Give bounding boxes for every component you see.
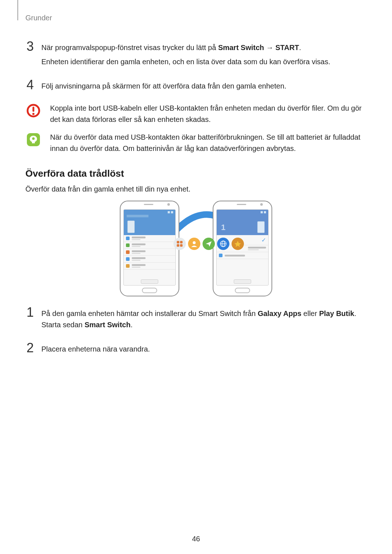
note-icon bbox=[25, 132, 41, 148]
transfer-apps-icons bbox=[173, 238, 244, 250]
page-number: 46 bbox=[0, 535, 392, 543]
step-text: På den gamla enheten hämtar och installe… bbox=[41, 306, 367, 333]
step-paragraph: Placera enheterna nära varandra. bbox=[41, 344, 150, 355]
settings-icon bbox=[173, 238, 186, 250]
step-number: 2 bbox=[25, 341, 35, 358]
step-paragraph: Enheten identifierar den gamla enheten, … bbox=[41, 56, 330, 67]
step-number: 3 bbox=[25, 40, 35, 70]
step-paragraph: På den gamla enheten hämtar och installe… bbox=[41, 308, 367, 331]
svg-point-2 bbox=[32, 113, 34, 115]
step-paragraph: När programvalspopup-fönstret visas tryc… bbox=[41, 42, 330, 53]
transfer-illustration: 1 ✓ bbox=[120, 201, 272, 295]
warning-text: Koppla inte bort USB-kabeln eller USB-ko… bbox=[50, 103, 367, 125]
globe-icon bbox=[217, 238, 229, 250]
numbered-step: 3 När programvalspopup-fönstret visas tr… bbox=[25, 40, 367, 70]
contacts-icon bbox=[188, 238, 200, 250]
svg-point-4 bbox=[32, 138, 35, 140]
manual-page: Grunder 3 När programvalspopup-fönstret … bbox=[0, 0, 392, 554]
step-paragraph: Följ anvisningarna på skärmen för att öv… bbox=[41, 81, 286, 92]
illustration-wrap: 1 ✓ bbox=[25, 201, 367, 295]
numbered-step: 2 Placera enheterna nära varandra. bbox=[25, 341, 367, 358]
step-text: Placera enheterna nära varandra. bbox=[41, 341, 150, 358]
svg-rect-5 bbox=[177, 241, 179, 243]
gallery-icon bbox=[232, 238, 244, 250]
source-phone-icon bbox=[120, 201, 179, 296]
page-spine-mark bbox=[17, 0, 18, 20]
numbered-step: 1 På den gamla enheten hämtar och instal… bbox=[25, 306, 367, 333]
svg-rect-8 bbox=[180, 244, 183, 247]
section-intro: Överför data från din gamla enhet till d… bbox=[25, 184, 367, 195]
warning-icon bbox=[25, 103, 41, 119]
svg-rect-1 bbox=[33, 107, 34, 112]
step-text: När programvalspopup-fönstret visas tryc… bbox=[41, 40, 330, 70]
page-body: 3 När programvalspopup-fönstret visas tr… bbox=[25, 40, 367, 358]
svg-rect-7 bbox=[177, 244, 179, 247]
warning-callout: Koppla inte bort USB-kabeln eller USB-ko… bbox=[25, 103, 367, 125]
note-callout: När du överför data med USB-kontakten ök… bbox=[25, 132, 367, 154]
numbered-step: 4 Följ anvisningarna på skärmen för att … bbox=[25, 78, 367, 95]
note-text: När du överför data med USB-kontakten ök… bbox=[50, 132, 367, 154]
send-icon bbox=[203, 238, 215, 250]
svg-point-9 bbox=[193, 241, 196, 244]
step-text: Följ anvisningarna på skärmen för att öv… bbox=[41, 78, 286, 95]
step-number: 4 bbox=[25, 78, 35, 95]
chapter-title: Grunder bbox=[25, 14, 52, 22]
svg-rect-6 bbox=[180, 241, 183, 243]
step-number: 1 bbox=[25, 306, 35, 333]
section-heading: Överföra data trådlöst bbox=[25, 168, 367, 179]
